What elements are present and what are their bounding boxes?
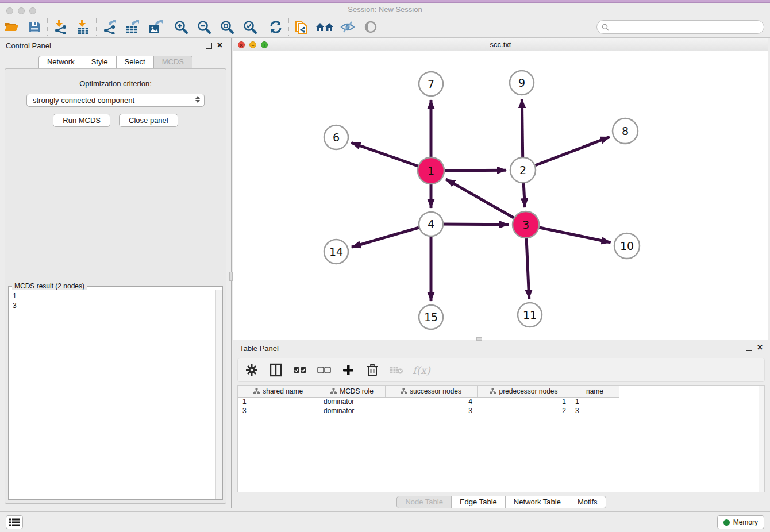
control-panel-title: Control Panel bbox=[6, 41, 51, 50]
cell-shared-name[interactable]: 3 bbox=[238, 406, 319, 415]
cell-shared-name[interactable]: 1 bbox=[238, 397, 319, 406]
network-canvas[interactable]: 7968124314101511 bbox=[233, 51, 768, 340]
zoom-in-button[interactable] bbox=[170, 18, 192, 36]
memory-label: Memory bbox=[733, 518, 758, 526]
tab-select[interactable]: Select bbox=[117, 56, 154, 68]
sort-hierarchy-icon bbox=[490, 388, 496, 394]
refresh-icon bbox=[269, 20, 283, 34]
cell-name[interactable]: 3 bbox=[571, 406, 619, 415]
node-label-11: 11 bbox=[523, 309, 537, 321]
column-header-3[interactable]: predecessor nodes bbox=[477, 386, 571, 397]
zoom-fit-button[interactable] bbox=[215, 18, 238, 36]
column-header-0[interactable]: shared name bbox=[238, 386, 319, 397]
float-table-panel-icon[interactable] bbox=[746, 344, 752, 353]
cell-predecessor-nodes[interactable]: 1 bbox=[477, 397, 571, 406]
toolbar-separator bbox=[96, 18, 97, 36]
search-input[interactable] bbox=[612, 23, 764, 31]
cell-name[interactable]: 1 bbox=[571, 397, 619, 406]
export-table-button[interactable] bbox=[121, 18, 144, 36]
tab-motifs[interactable]: Motifs bbox=[569, 496, 606, 508]
node-label-9: 9 bbox=[518, 76, 525, 89]
zoom-fit-icon bbox=[220, 20, 234, 34]
select-all-button[interactable] bbox=[292, 362, 308, 378]
table-scrollbar[interactable] bbox=[759, 386, 764, 492]
zoom-selected-icon bbox=[242, 20, 257, 34]
network-window-titlebar[interactable]: ✕ − + scc.txt bbox=[233, 38, 768, 51]
selected-criterion: strongly connected component bbox=[33, 96, 134, 105]
duplicate-network-button[interactable] bbox=[290, 18, 313, 36]
columns-icon bbox=[270, 363, 282, 377]
optimization-criterion-select[interactable]: strongly connected component bbox=[26, 94, 205, 107]
edge-2-8[interactable] bbox=[523, 137, 610, 170]
list-icon bbox=[9, 518, 20, 526]
global-search[interactable] bbox=[596, 20, 764, 34]
vertical-splitter-handle[interactable] bbox=[229, 272, 233, 281]
export-network-button[interactable] bbox=[98, 18, 121, 36]
task-history-button[interactable] bbox=[6, 515, 23, 529]
control-panel-tabs: Network Style Select MCDS bbox=[0, 56, 231, 68]
table-options-button[interactable] bbox=[244, 362, 260, 378]
network-graph[interactable]: 7968124314101511 bbox=[233, 51, 768, 340]
column-header-4[interactable]: name bbox=[571, 386, 619, 397]
import-table-button[interactable] bbox=[72, 18, 95, 36]
sort-hierarchy-icon bbox=[401, 388, 407, 394]
cell-MCDS-role[interactable]: dominator bbox=[319, 397, 385, 406]
toolbar-separator bbox=[288, 18, 289, 36]
table-row[interactable]: 3dominator323 bbox=[238, 406, 760, 415]
tab-style[interactable]: Style bbox=[83, 56, 117, 68]
open-session-button[interactable] bbox=[0, 18, 23, 36]
tab-network-table[interactable]: Network Table bbox=[506, 496, 569, 508]
run-mcds-button[interactable]: Run MCDS bbox=[53, 114, 110, 127]
column-header-2[interactable]: successor nodes bbox=[385, 386, 477, 397]
result-scrollbar[interactable] bbox=[215, 290, 222, 499]
zoom-selected-button[interactable] bbox=[238, 18, 261, 36]
cell-successor-nodes[interactable]: 4 bbox=[385, 397, 477, 406]
delete-row-button[interactable] bbox=[364, 362, 380, 378]
home-layout-button[interactable] bbox=[313, 18, 336, 36]
checked-boxes-icon bbox=[293, 367, 307, 373]
show-panel-button[interactable] bbox=[359, 18, 382, 36]
mcds-result-text[interactable]: 1 3 bbox=[9, 290, 215, 499]
table-tabs: Node Table Edge Table Network Table Moti… bbox=[233, 496, 770, 508]
unselect-all-button[interactable] bbox=[316, 362, 332, 378]
tab-mcds[interactable]: MCDS bbox=[154, 56, 192, 68]
network-view-window: ✕ − + scc.txt 7968124314101511 bbox=[233, 38, 768, 340]
close-table-panel-icon[interactable]: ✕ bbox=[757, 344, 763, 353]
eye-slash-icon bbox=[340, 20, 355, 34]
memory-button[interactable]: Memory bbox=[717, 515, 764, 529]
delete-table-button[interactable] bbox=[388, 362, 405, 378]
table-row[interactable]: 1dominator411 bbox=[238, 397, 760, 406]
zoom-in-icon bbox=[174, 20, 188, 34]
window-titlebar: Session: New Session bbox=[0, 3, 770, 16]
cell-predecessor-nodes[interactable]: 2 bbox=[477, 406, 571, 415]
save-session-button[interactable] bbox=[23, 18, 46, 36]
hide-panel-button[interactable] bbox=[336, 18, 359, 36]
tab-network[interactable]: Network bbox=[38, 56, 83, 68]
add-row-button[interactable] bbox=[340, 362, 356, 378]
main-toolbar bbox=[0, 16, 770, 38]
save-icon bbox=[28, 20, 41, 34]
export-image-button[interactable] bbox=[144, 18, 167, 36]
tab-node-table[interactable]: Node Table bbox=[396, 496, 452, 508]
float-panel-icon[interactable] bbox=[206, 42, 212, 51]
close-panel-button[interactable]: Close panel bbox=[119, 114, 178, 127]
node-table[interactable]: shared nameMCDS rolesuccessor nodesprede… bbox=[237, 385, 765, 492]
close-panel-icon[interactable]: ✕ bbox=[217, 42, 223, 51]
gear-icon bbox=[245, 364, 258, 376]
tab-edge-table[interactable]: Edge Table bbox=[452, 496, 506, 508]
zoom-out-button[interactable] bbox=[192, 18, 215, 36]
plus-icon bbox=[342, 364, 354, 376]
toolbar-separator bbox=[263, 18, 263, 36]
mcds-result-group: MCDS result (2 nodes) 1 3 bbox=[8, 286, 223, 500]
import-network-button[interactable] bbox=[49, 18, 72, 36]
horizontal-splitter-handle[interactable] bbox=[476, 337, 482, 341]
function-builder-button[interactable]: f(x) bbox=[413, 362, 430, 378]
column-header-1[interactable]: MCDS role bbox=[319, 386, 385, 397]
cell-successor-nodes[interactable]: 3 bbox=[385, 406, 477, 415]
cell-MCDS-role[interactable]: dominator bbox=[319, 406, 385, 415]
search-icon bbox=[602, 24, 609, 31]
show-columns-button[interactable] bbox=[268, 362, 284, 378]
memory-status-icon bbox=[723, 519, 730, 526]
refresh-button[interactable] bbox=[264, 18, 287, 36]
trash-icon bbox=[367, 364, 378, 376]
